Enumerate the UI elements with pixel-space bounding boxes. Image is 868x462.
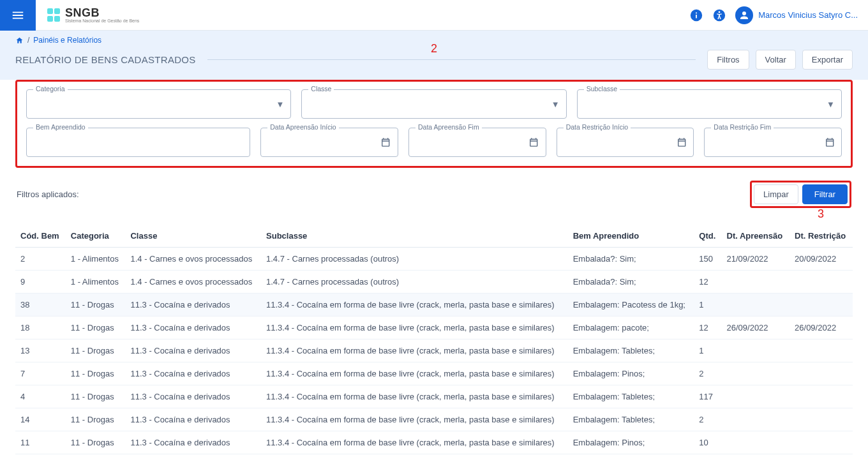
- table-row[interactable]: 3111 - Drogas11.3 - Cocaína e derivados1…: [15, 454, 853, 463]
- cell: [789, 385, 853, 408]
- app-logo[interactable]: SNGB Sistema Nacional de Gestão de Bens: [47, 7, 139, 23]
- data-restricao-fim-input[interactable]: Data Restrição Fim: [704, 128, 842, 157]
- col-cod-bem[interactable]: Cód. Bem: [15, 225, 66, 248]
- menu-button[interactable]: [0, 0, 36, 31]
- cell: [789, 431, 853, 454]
- col-categoria[interactable]: Categoria: [66, 225, 126, 248]
- col-classe[interactable]: Classe: [125, 225, 261, 248]
- cell: 2: [15, 248, 66, 271]
- col-dt-restricao[interactable]: Dt. Restrição: [789, 225, 853, 248]
- cell: 26/09/2022: [789, 317, 853, 339]
- title-divider: [207, 59, 696, 60]
- cell: 20/09/2022: [789, 248, 853, 271]
- user-menu[interactable]: Marcos Vinicius Satyro C...: [735, 6, 858, 24]
- data-apreensao-fim-input[interactable]: Data Apreensão Fim: [408, 128, 546, 157]
- cell: 11 - Drogas: [66, 385, 126, 408]
- cell: 7: [15, 362, 66, 385]
- table-row[interactable]: 21 - Alimentos1.4 - Carnes e ovos proces…: [15, 248, 853, 271]
- user-name: Marcos Vinicius Satyro C...: [758, 10, 858, 20]
- cell: Embalada?: Sim;: [568, 248, 694, 271]
- cell: 1.4 - Carnes e ovos processados: [125, 248, 261, 271]
- cell: 26/09/2022: [722, 317, 790, 339]
- cell: 11 - Drogas: [66, 294, 126, 317]
- cell: [722, 408, 790, 431]
- filtrar-button[interactable]: Filtrar: [802, 184, 848, 204]
- cell: 11: [15, 431, 66, 454]
- title-row: RELATÓRIO DE BENS CADASTRADOS Filtros Vo…: [0, 47, 868, 80]
- cell: 2: [694, 408, 721, 431]
- cell: 10: [694, 431, 721, 454]
- bem-apreendido-input[interactable]: Bem Apreendido: [26, 128, 250, 157]
- breadcrumb-sep: /: [27, 36, 29, 45]
- cell: 11.3.4 - Cocaína em forma de base livre …: [261, 294, 568, 317]
- cell: 11.3.4 - Cocaína em forma de base livre …: [261, 317, 568, 339]
- cell: 11.3 - Cocaína e derivados: [125, 317, 261, 339]
- cell: 1.4.7 - Carnes processadas (outros): [261, 271, 568, 294]
- classe-select[interactable]: Classe ▼: [301, 89, 566, 119]
- cell: 11.3.4 - Cocaína em forma de base livre …: [261, 362, 568, 385]
- cell: 31: [15, 454, 66, 463]
- cell: 11.3.4 - Cocaína em forma de base livre …: [261, 408, 568, 431]
- col-bem-apreendido[interactable]: Bem Apreendido: [568, 225, 694, 248]
- results-table: Cód. Bem Categoria Classe Subclasse Bem …: [15, 225, 853, 462]
- cell: 11 - Drogas: [66, 431, 126, 454]
- cell: [722, 454, 790, 463]
- cell: 11 - Drogas: [66, 339, 126, 362]
- cell: 11 - Drogas: [66, 454, 126, 463]
- cell: 11 - Drogas: [66, 362, 126, 385]
- info-icon[interactable]: [689, 8, 703, 22]
- categoria-select[interactable]: Categoria ▼: [26, 89, 291, 119]
- cell: Embalagem: Tabletes;: [568, 385, 694, 408]
- accessibility-icon[interactable]: [712, 8, 726, 22]
- cell: 4: [15, 385, 66, 408]
- cell: [722, 294, 790, 317]
- app-tagline: Sistema Nacional de Gestão de Bens: [65, 19, 139, 23]
- cell: 18: [15, 317, 66, 339]
- limpar-button[interactable]: Limpar: [754, 184, 798, 204]
- exportar-button[interactable]: Exportar: [802, 50, 853, 70]
- page-title: RELATÓRIO DE BENS CADASTRADOS: [15, 54, 196, 65]
- cell: Embalagem: Pinos;: [568, 431, 694, 454]
- col-dt-apreensao[interactable]: Dt. Apreensão: [722, 225, 790, 248]
- breadcrumb-link[interactable]: Painéis e Relatórios: [33, 36, 101, 45]
- cell: [722, 271, 790, 294]
- cell: [789, 339, 853, 362]
- table-row[interactable]: 91 - Alimentos1.4 - Carnes e ovos proces…: [15, 271, 853, 294]
- cell: 11 - Drogas: [66, 317, 126, 339]
- cell: 1 - Alimentos: [66, 248, 126, 271]
- table-row[interactable]: 411 - Drogas11.3 - Cocaína e derivados11…: [15, 385, 853, 408]
- table-row[interactable]: 711 - Drogas11.3 - Cocaína e derivados11…: [15, 362, 853, 385]
- cell: [789, 271, 853, 294]
- calendar-icon: [380, 137, 391, 148]
- cell: Embalagem: Tabletes;: [568, 408, 694, 431]
- cell: 12: [694, 317, 721, 339]
- data-apreensao-inicio-input[interactable]: Data Apreensão Início: [260, 128, 398, 157]
- table-row[interactable]: 3811 - Drogas11.3 - Cocaína e derivados1…: [15, 294, 853, 317]
- home-icon[interactable]: [15, 36, 24, 45]
- callout-3: 3: [818, 207, 824, 221]
- cell: [722, 385, 790, 408]
- filtros-button[interactable]: Filtros: [707, 50, 749, 70]
- cell: 11.3 - Cocaína e derivados: [125, 454, 261, 463]
- cell: 11.3.4 - Cocaína em forma de base livre …: [261, 431, 568, 454]
- data-restricao-inicio-input[interactable]: Data Restrição Início: [557, 128, 694, 157]
- cell: Embalagem: Tabletes;: [568, 339, 694, 362]
- cell: 14: [15, 408, 66, 431]
- table-row[interactable]: 1111 - Drogas11.3 - Cocaína e derivados1…: [15, 431, 853, 454]
- cell: 11.3 - Cocaína e derivados: [125, 385, 261, 408]
- cell: Embalagem: pacote;: [568, 317, 694, 339]
- table-row[interactable]: 1311 - Drogas11.3 - Cocaína e derivados1…: [15, 339, 853, 362]
- col-subclasse[interactable]: Subclasse: [261, 225, 568, 248]
- chevron-down-icon: ▼: [827, 100, 835, 109]
- cell: [722, 339, 790, 362]
- col-qtd[interactable]: Qtd.: [694, 225, 721, 248]
- cell: Embalagem: Pacotess de 1kg;: [568, 454, 694, 463]
- subclasse-select[interactable]: Subclasse ▼: [577, 89, 842, 119]
- table-row[interactable]: 1811 - Drogas11.3 - Cocaína e derivados1…: [15, 317, 853, 339]
- cell: 11.3.4 - Cocaína em forma de base livre …: [261, 339, 568, 362]
- voltar-button[interactable]: Voltar: [756, 50, 796, 70]
- cell: 11.3.4 - Cocaína em forma de base livre …: [261, 385, 568, 408]
- table-row[interactable]: 1411 - Drogas11.3 - Cocaína e derivados1…: [15, 408, 853, 431]
- chevron-down-icon: ▼: [276, 100, 284, 109]
- cell: [789, 408, 853, 431]
